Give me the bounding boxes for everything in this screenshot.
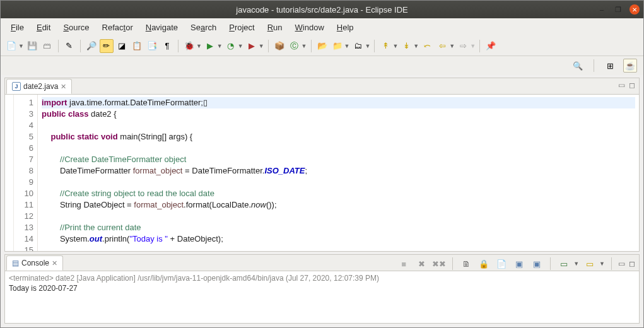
prev-annotation-icon[interactable]: ↟: [378, 39, 392, 53]
coverage-icon[interactable]: ◔: [224, 39, 238, 53]
next-annotation-icon[interactable]: ↡: [399, 39, 413, 53]
console-output[interactable]: <terminated> date2 [Java Application] /u…: [5, 271, 639, 323]
console-view: ▤ Console ✕ ■ ✖ ✖✖ 🗎 🔒 📄 ▣ ▣ ▭▼ ▭▼ ▭ ◻ <…: [4, 254, 640, 324]
open-type-icon[interactable]: 🔎: [85, 39, 98, 53]
save-all-icon[interactable]: 🗃: [40, 39, 54, 53]
console-tab[interactable]: ▤ Console ✕: [6, 255, 63, 271]
debug-icon[interactable]: 🐞: [182, 39, 196, 53]
editor-tab-row: J date2.java ✕ ▭ ◻: [5, 78, 639, 95]
display-selected-icon[interactable]: ▭: [557, 257, 571, 271]
toggle-block-icon[interactable]: ◪: [115, 39, 129, 53]
menu-project[interactable]: Project: [224, 21, 259, 33]
menu-refactor[interactable]: Refactor: [97, 21, 138, 33]
pin-console-icon[interactable]: ▣: [530, 257, 544, 271]
last-edit-icon[interactable]: ⤺: [420, 39, 434, 53]
back-icon[interactable]: ⇦: [435, 39, 449, 53]
search-icon[interactable]: 🔍: [571, 59, 585, 73]
close-tab-icon[interactable]: ✕: [61, 83, 66, 91]
show-whitespace-icon[interactable]: 📋: [130, 39, 144, 53]
wand-icon[interactable]: ✎: [62, 39, 76, 53]
remove-launch-icon[interactable]: ✖: [414, 257, 428, 271]
console-toolbar: ■ ✖ ✖✖ 🗎 🔒 📄 ▣ ▣ ▭▼ ▭▼ ▭ ◻: [397, 257, 635, 271]
clear-console-icon[interactable]: 🗎: [459, 257, 473, 271]
menu-run[interactable]: Run: [262, 21, 288, 33]
menu-source[interactable]: Source: [58, 21, 94, 33]
console-process-header: <terminated> date2 [Java Application] /u…: [9, 274, 635, 283]
word-wrap-icon[interactable]: 📄: [495, 257, 508, 271]
console-tab-label: Console: [21, 259, 49, 267]
forward-icon[interactable]: ⇨: [456, 39, 470, 53]
close-button[interactable]: [629, 4, 640, 15]
remove-all-icon[interactable]: ✖✖: [432, 257, 446, 271]
menu-file[interactable]: File: [6, 21, 29, 33]
new-class-icon[interactable]: Ⓒ: [288, 39, 302, 53]
terminate-icon[interactable]: ■: [397, 257, 411, 271]
show-console-icon[interactable]: ▣: [512, 257, 526, 271]
code-editor[interactable]: 1 3 4 5 6 7 8 9 10 11 12 13 14 15 import…: [5, 95, 639, 251]
pin-icon[interactable]: 📌: [484, 39, 498, 53]
menu-navigate[interactable]: Navigate: [141, 21, 183, 33]
menu-bar: File Edit Source Refactor Navigate Searc…: [1, 18, 643, 36]
menu-search[interactable]: Search: [185, 21, 221, 33]
java-perspective-icon[interactable]: ☕: [623, 59, 637, 73]
perspective-bar: 🔍 ⊞ ☕: [1, 56, 643, 75]
show-source-icon[interactable]: 📑: [145, 39, 159, 53]
console-icon: ▤: [12, 259, 19, 267]
code-content[interactable]: import java.time.format.DateTimeFormatte…: [38, 95, 639, 251]
external-tools-icon[interactable]: ▶: [245, 39, 259, 53]
maximize-view-icon[interactable]: ◻: [629, 81, 635, 90]
minimize-console-icon[interactable]: ▭: [618, 259, 625, 268]
maximize-button[interactable]: [613, 4, 623, 15]
open-project-icon[interactable]: 📁: [331, 39, 344, 53]
save-icon[interactable]: 💾: [25, 39, 39, 53]
scroll-lock-icon[interactable]: 🔒: [477, 257, 491, 271]
close-console-tab-icon[interactable]: ✕: [52, 259, 57, 267]
maximize-console-icon[interactable]: ◻: [629, 259, 635, 268]
window-title: javacode - tutorials/src/date2.java - Ec…: [236, 5, 407, 15]
menu-window[interactable]: Window: [290, 21, 329, 33]
run-icon[interactable]: ▶: [203, 39, 217, 53]
editor-tab-label: date2.java: [23, 82, 58, 91]
new-icon[interactable]: 📄: [4, 39, 18, 53]
open-folder-icon[interactable]: 📂: [315, 39, 329, 53]
highlight-icon[interactable]: ✏: [100, 39, 114, 53]
minimize-button[interactable]: [597, 4, 607, 15]
editor-tab-date2[interactable]: J date2.java ✕: [6, 79, 72, 94]
title-bar: javacode - tutorials/src/date2.java - Ec…: [1, 1, 643, 18]
menu-help[interactable]: Help: [332, 21, 359, 33]
line-number-gutter: 1 3 4 5 6 7 8 9 10 11 12 13 14 15: [14, 95, 38, 251]
new-package-icon[interactable]: 📦: [272, 39, 286, 53]
open-perspective-icon[interactable]: ⊞: [603, 59, 617, 73]
task-icon[interactable]: 🗂: [351, 39, 365, 53]
minimize-view-icon[interactable]: ▭: [618, 81, 625, 90]
java-file-icon: J: [12, 82, 21, 91]
console-output-line: Today is 2020-07-27: [9, 284, 635, 293]
menu-edit[interactable]: Edit: [32, 21, 56, 33]
marker-bar: [5, 95, 14, 251]
pilcrow-icon[interactable]: ¶: [160, 39, 174, 53]
open-console-icon[interactable]: ▭: [583, 257, 597, 271]
main-toolbar: 📄▼ 💾 🗃 ✎ 🔎 ✏ ◪ 📋 📑 ¶ 🐞▼ ▶▼ ◔▼ ▶▼ 📦 Ⓒ▼ 📂 …: [1, 36, 643, 56]
editor-area: J date2.java ✕ ▭ ◻ 1 3 4 5 6 7 8 9 10 11…: [4, 78, 640, 252]
console-tab-row: ▤ Console ✕ ■ ✖ ✖✖ 🗎 🔒 📄 ▣ ▣ ▭▼ ▭▼ ▭ ◻: [5, 255, 639, 271]
